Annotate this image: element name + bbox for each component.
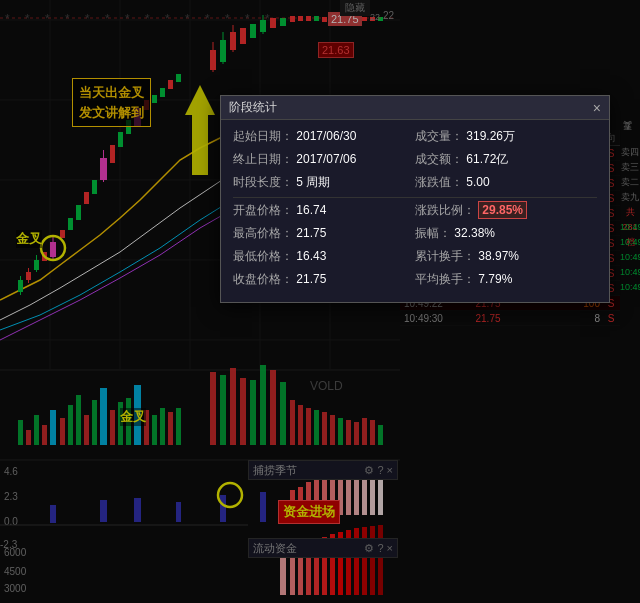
volume-value: 319.26万 [466, 129, 515, 143]
change-val-value: 5.00 [466, 175, 489, 189]
period-cell: 时段长度： 5 周期 [233, 174, 415, 191]
modal-row-6: 最低价格： 16.43 累计换手： 38.97% [233, 248, 597, 265]
end-date-value: 2017/07/06 [296, 152, 356, 166]
modal-close-button[interactable]: × [593, 100, 601, 116]
amount-cell: 成交额： 61.72亿 [415, 151, 597, 168]
amplitude-value: 32.38% [454, 226, 495, 240]
modal-row-1: 起始日期： 2017/06/30 成交量： 319.26万 [233, 128, 597, 145]
volume-cell: 成交量： 319.26万 [415, 128, 597, 145]
modal-dialog: 阶段统计 × 起始日期： 2017/06/30 成交量： 319.26万 终止日… [220, 95, 610, 303]
change-pct-value: 29.85% [478, 201, 527, 219]
modal-body: 起始日期： 2017/06/30 成交量： 319.26万 终止日期： 2017… [221, 120, 609, 302]
open-price-value: 16.74 [296, 203, 326, 217]
high-price-value: 21.75 [296, 226, 326, 240]
change-val-label: 涨跌值： [415, 175, 463, 189]
period-value: 5 周期 [296, 175, 330, 189]
turnover-label: 累计换手： [415, 249, 475, 263]
modal-row-2: 终止日期： 2017/07/06 成交额： 61.72亿 [233, 151, 597, 168]
modal-row-7: 收盘价格： 21.75 平均换手： 7.79% [233, 271, 597, 288]
open-price-cell: 开盘价格： 16.74 [233, 202, 415, 219]
modal-title-bar: 阶段统计 × [221, 96, 609, 120]
start-date-label: 起始日期： [233, 129, 293, 143]
modal-overlay: 阶段统计 × 起始日期： 2017/06/30 成交量： 319.26万 终止日… [0, 0, 640, 603]
modal-row-3: 时段长度： 5 周期 涨跌值： 5.00 [233, 174, 597, 191]
end-date-cell: 终止日期： 2017/07/06 [233, 151, 415, 168]
high-price-cell: 最高价格： 21.75 [233, 225, 415, 242]
change-pct-label: 涨跌比例： [415, 203, 475, 217]
amplitude-label: 振幅： [415, 226, 451, 240]
start-date-value: 2017/06/30 [296, 129, 356, 143]
change-val-cell: 涨跌值： 5.00 [415, 174, 597, 191]
period-label: 时段长度： [233, 175, 293, 189]
turnover-value: 38.97% [478, 249, 519, 263]
close-price-cell: 收盘价格： 21.75 [233, 271, 415, 288]
end-date-label: 终止日期： [233, 152, 293, 166]
avg-turnover-cell: 平均换手： 7.79% [415, 271, 597, 288]
amplitude-cell: 振幅： 32.38% [415, 225, 597, 242]
low-price-value: 16.43 [296, 249, 326, 263]
avg-turnover-value: 7.79% [478, 272, 512, 286]
modal-divider-1 [233, 197, 597, 198]
start-date-cell: 起始日期： 2017/06/30 [233, 128, 415, 145]
avg-turnover-label: 平均换手： [415, 272, 475, 286]
high-price-label: 最高价格： [233, 226, 293, 240]
amount-label: 成交额： [415, 152, 463, 166]
modal-row-5: 最高价格： 21.75 振幅： 32.38% [233, 225, 597, 242]
close-price-label: 收盘价格： [233, 272, 293, 286]
modal-title: 阶段统计 [229, 99, 277, 116]
volume-label: 成交量： [415, 129, 463, 143]
low-price-label: 最低价格： [233, 249, 293, 263]
low-price-cell: 最低价格： 16.43 [233, 248, 415, 265]
close-price-value: 21.75 [296, 272, 326, 286]
turnover-cell: 累计换手： 38.97% [415, 248, 597, 265]
change-pct-cell: 涨跌比例： 29.85% [415, 202, 597, 219]
modal-row-4: 开盘价格： 16.74 涨跌比例： 29.85% [233, 202, 597, 219]
open-price-label: 开盘价格： [233, 203, 293, 217]
amount-value: 61.72亿 [466, 152, 508, 166]
